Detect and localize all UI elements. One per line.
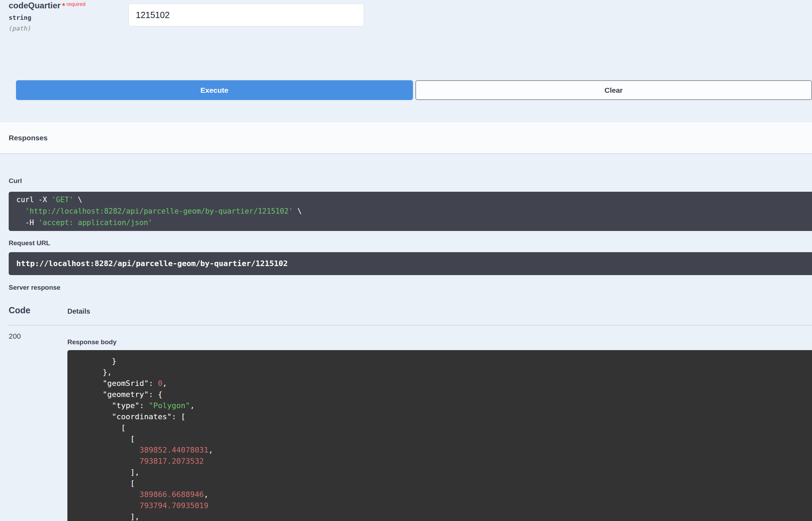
required-label: required <box>66 1 85 7</box>
swagger-operation-panel: codeQuartier *required string (path) Exe… <box>0 0 812 521</box>
response-details-cell: Response body } }, "geomSrid": 0, "geome… <box>67 332 812 521</box>
server-response-table: Code Details 200 Response body } }, "geo… <box>9 305 812 521</box>
request-url-label: Request URL <box>9 239 812 247</box>
codequartier-input[interactable] <box>129 3 364 26</box>
server-response-table-head: Code Details <box>9 305 812 325</box>
execute-clear-row: Execute Clear <box>16 80 812 100</box>
server-response-label: Server response <box>9 284 812 291</box>
request-url-value: http://localhost:8282/api/parcelle-geom/… <box>9 252 812 275</box>
parameter-name-line: codeQuartier *required <box>9 1 129 10</box>
parameters-section: codeQuartier *required string (path) <box>0 0 812 32</box>
response-body-label: Response body <box>67 338 812 346</box>
details-column-header: Details <box>67 307 812 315</box>
code-column-header: Code <box>9 305 67 315</box>
parameter-meta: codeQuartier *required string (path) <box>9 1 129 32</box>
responses-section-header: Responses <box>0 122 812 153</box>
parameter-name: codeQuartier <box>9 1 60 10</box>
parameter-type: string <box>9 14 129 21</box>
responses-title: Responses <box>9 134 48 142</box>
response-body-code: } }, "geomSrid": 0, "geometry": { "type"… <box>67 350 812 521</box>
parameter-location: (path) <box>9 25 129 32</box>
curl-command[interactable]: curl -X 'GET' \ 'http://localhost:8282/a… <box>9 192 812 231</box>
parameter-input-wrap <box>129 1 364 26</box>
server-response-row: 200 Response body } }, "geomSrid": 0, "g… <box>9 325 812 521</box>
required-asterisk: * <box>62 1 65 10</box>
status-code: 200 <box>9 332 67 340</box>
responses-content: Curl curl -X 'GET' \ 'http://localhost:8… <box>0 177 812 521</box>
execute-button[interactable]: Execute <box>16 80 413 100</box>
curl-label: Curl <box>9 177 812 185</box>
clear-button[interactable]: Clear <box>415 80 812 100</box>
